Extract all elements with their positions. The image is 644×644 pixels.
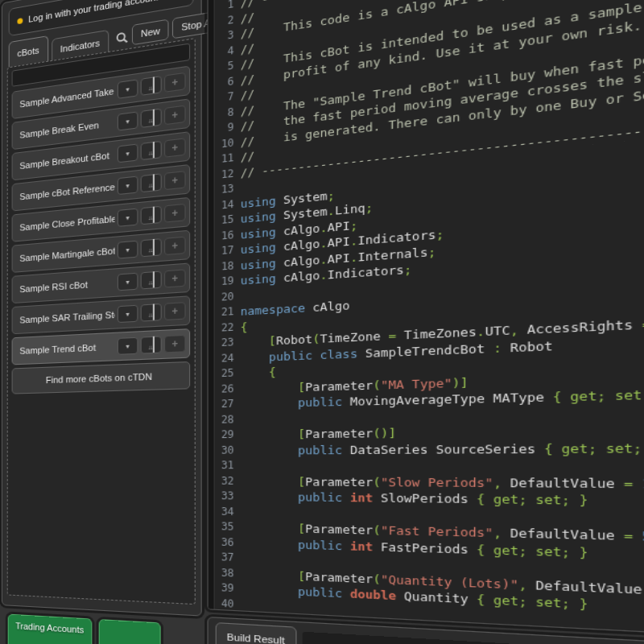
code-line[interactable]: 31 bbox=[216, 456, 644, 476]
tab-trading-accounts[interactable]: Trading Accounts bbox=[8, 614, 93, 644]
search-icon[interactable] bbox=[116, 27, 129, 48]
bot-add-instance-button[interactable]: + bbox=[164, 269, 186, 287]
grid-glyph bbox=[152, 239, 154, 255]
plus-icon: + bbox=[171, 241, 178, 251]
code-editor-text[interactable]: 1// ------------------------------------… bbox=[216, 0, 644, 644]
bot-install-grid-button[interactable]: ↓↓ bbox=[141, 238, 162, 257]
bot-add-instance-button[interactable]: + bbox=[164, 302, 186, 320]
bot-add-instance-button[interactable]: + bbox=[164, 204, 186, 223]
tab-build-result[interactable]: Build Result bbox=[216, 622, 297, 644]
bot-dropdown-button[interactable]: ▼ bbox=[118, 337, 138, 355]
code-token bbox=[241, 567, 298, 582]
line-number: 31 bbox=[216, 458, 241, 473]
code-token: : bbox=[493, 341, 502, 355]
bot-list-item[interactable]: Sample Trend cBot▼↓↓+ bbox=[12, 328, 191, 365]
code-token: "Fast Periods" bbox=[381, 523, 493, 540]
chevron-down-icon: ▼ bbox=[125, 118, 130, 124]
grid-glyph bbox=[152, 207, 154, 223]
bot-install-grid-button[interactable]: ↓↓ bbox=[141, 336, 162, 353]
bot-install-grid-button[interactable]: ↓↓ bbox=[141, 76, 162, 96]
code-token: // bbox=[241, 40, 255, 56]
down-arrows-glyph: ↓↓ bbox=[148, 247, 152, 254]
code-token: double bbox=[350, 587, 396, 603]
find-more-cbots-button[interactable]: Find more cBots on cTDN bbox=[12, 361, 191, 394]
bot-install-grid-button[interactable]: ↓↓ bbox=[141, 303, 162, 322]
chevron-down-icon: ▼ bbox=[125, 150, 130, 156]
down-arrows-glyph: ↓↓ bbox=[148, 279, 152, 286]
build-result-body bbox=[303, 632, 644, 644]
code-token: { get; set; } bbox=[477, 592, 588, 611]
code-token: ; bbox=[365, 200, 374, 215]
code-token: // bbox=[241, 149, 255, 163]
down-arrows-glyph: ↓↓ bbox=[148, 85, 152, 91]
code-token: Robot bbox=[502, 338, 553, 355]
chevron-down-icon: ▼ bbox=[125, 214, 130, 221]
code-token: ( bbox=[373, 572, 381, 586]
chevron-down-icon: ▼ bbox=[125, 343, 130, 349]
bot-dropdown-button[interactable]: ▼ bbox=[118, 273, 138, 291]
code-token: cAlgo bbox=[276, 253, 320, 270]
new-button-label: New bbox=[141, 26, 160, 39]
bot-add-instance-button[interactable]: + bbox=[164, 105, 186, 126]
bot-dropdown-button[interactable]: ▼ bbox=[118, 143, 138, 163]
code-token: , bbox=[493, 526, 502, 540]
code-token: public bbox=[269, 348, 312, 363]
code-token: UTC bbox=[485, 323, 510, 338]
code-token: public bbox=[298, 443, 342, 456]
line-number: 22 bbox=[216, 320, 241, 336]
cbots-sidebar-panel: Log in with your trading account cBots I… bbox=[2, 0, 202, 617]
new-cbot-button[interactable]: New bbox=[132, 19, 169, 45]
code-token: API bbox=[328, 250, 350, 266]
bot-add-instance-button[interactable]: + bbox=[164, 171, 186, 190]
bot-install-grid-button[interactable]: ↓↓ bbox=[141, 206, 162, 225]
code-line-text: public DataSeries SourceSeries { get; se… bbox=[241, 439, 644, 458]
bot-dropdown-button[interactable]: ▼ bbox=[118, 175, 138, 195]
bot-name-label: Sample cBot Reference SMA bbox=[19, 182, 114, 202]
code-line-text: // bbox=[241, 86, 255, 104]
line-number: 21 bbox=[216, 304, 241, 321]
bot-add-instance-button[interactable]: + bbox=[164, 335, 186, 353]
code-token bbox=[342, 539, 349, 552]
code-token: Parameter bbox=[305, 427, 373, 441]
bot-dropdown-button[interactable]: ▼ bbox=[118, 208, 138, 227]
plus-icon: + bbox=[171, 76, 178, 88]
code-token: public bbox=[298, 490, 342, 504]
code-token: ( bbox=[373, 378, 381, 391]
code-token: // bbox=[241, 10, 255, 25]
find-more-label: Find more cBots on cTDN bbox=[46, 371, 152, 385]
bot-add-instance-button[interactable]: + bbox=[164, 138, 186, 157]
code-token: { bbox=[241, 320, 248, 333]
code-token: [ bbox=[298, 427, 305, 441]
install-grid-icon: ↓↓ bbox=[148, 175, 155, 191]
install-grid-icon: ↓↓ bbox=[148, 272, 155, 288]
bot-install-grid-button[interactable]: ↓↓ bbox=[141, 141, 162, 160]
bot-add-instance-button[interactable]: + bbox=[164, 72, 186, 93]
line-number: 30 bbox=[216, 443, 241, 458]
bot-dropdown-button[interactable]: ▼ bbox=[118, 241, 138, 259]
bot-add-instance-button[interactable]: + bbox=[164, 237, 186, 256]
grid-glyph bbox=[152, 336, 154, 353]
code-token: = bbox=[388, 328, 396, 343]
code-token: ( bbox=[373, 475, 381, 489]
line-number: 40 bbox=[216, 596, 241, 613]
install-grid-icon: ↓↓ bbox=[148, 337, 155, 353]
bot-dropdown-button[interactable]: ▼ bbox=[118, 111, 138, 130]
bot-install-grid-button[interactable]: ↓↓ bbox=[141, 108, 162, 128]
line-number: 25 bbox=[216, 365, 241, 382]
code-token bbox=[241, 536, 298, 551]
bot-install-grid-button[interactable]: ↓↓ bbox=[141, 173, 162, 192]
bot-name-label: Sample Martingale cBot bbox=[19, 246, 114, 263]
line-number: 29 bbox=[216, 427, 241, 443]
code-token: , bbox=[493, 475, 502, 489]
tab-bottom-second[interactable] bbox=[99, 619, 161, 644]
bot-dropdown-button[interactable]: ▼ bbox=[118, 305, 138, 323]
install-grid-icon: ↓↓ bbox=[148, 142, 155, 159]
bot-install-grid-button[interactable]: ↓↓ bbox=[141, 271, 162, 290]
code-token: [ bbox=[298, 569, 305, 583]
tab-cbots-label: cBots bbox=[17, 45, 39, 59]
code-token: int bbox=[350, 539, 373, 553]
code-token: ( bbox=[312, 332, 320, 345]
code-token: cAlgo bbox=[276, 269, 320, 285]
bot-dropdown-button[interactable]: ▼ bbox=[118, 79, 138, 99]
code-token: public bbox=[298, 394, 342, 409]
